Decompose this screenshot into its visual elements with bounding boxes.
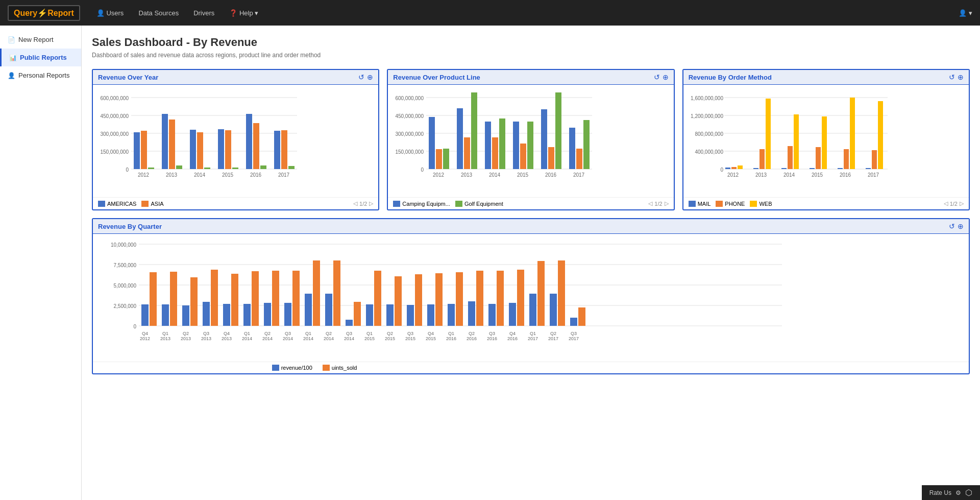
user-menu[interactable]: 👤 ▾ bbox=[959, 9, 972, 17]
dashboard-subtitle: Dashboard of sales and revenue data acro… bbox=[92, 52, 970, 59]
svg-rect-91 bbox=[844, 149, 849, 169]
legend-label-camping: Camping Equipm... bbox=[402, 201, 450, 207]
chart-legend-order: MAIL PHONE WEB ◁ 1/2 ▷ bbox=[683, 197, 969, 209]
settings-icon-revenue-year[interactable]: ⊕ bbox=[367, 73, 373, 81]
brand-lightning: ⚡ bbox=[37, 9, 47, 17]
legend-nav-revenue-year: ◁ 1/2 ▷ bbox=[353, 200, 373, 207]
sidebar-item-public-reports[interactable]: 📊 Public Reports bbox=[0, 49, 81, 66]
svg-rect-53 bbox=[513, 122, 519, 169]
svg-text:0: 0 bbox=[133, 324, 136, 329]
svg-text:2015: 2015 bbox=[222, 172, 234, 178]
nav-datasources[interactable]: Data Sources bbox=[132, 5, 185, 21]
legend-prev-product[interactable]: ◁ bbox=[648, 200, 652, 207]
bottom-bar: Rate Us ⚙ ⬡ bbox=[922, 485, 980, 500]
svg-rect-176 bbox=[468, 301, 475, 326]
legend-page-revenue-year: 1/2 bbox=[359, 201, 367, 207]
chart-title-order: Revenue By Order Method bbox=[689, 74, 772, 81]
legend-prev-revenue-year[interactable]: ◁ bbox=[353, 200, 357, 207]
svg-rect-145 bbox=[313, 260, 320, 326]
svg-text:2015: 2015 bbox=[385, 336, 395, 341]
legend-label-phone: PHONE bbox=[725, 201, 745, 207]
svg-text:2016: 2016 bbox=[250, 172, 262, 178]
svg-rect-95 bbox=[878, 101, 883, 169]
personal-reports-icon: 👤 bbox=[8, 72, 15, 79]
chart-header-revenue-year: Revenue Over Year ↺ ⊕ bbox=[93, 70, 378, 85]
nav-help[interactable]: ❓ Help ▾ bbox=[223, 5, 264, 21]
chart-header-order: Revenue By Order Method ↺ ⊕ bbox=[683, 70, 969, 85]
chart-title-product: Revenue Over Product Line bbox=[393, 74, 480, 81]
svg-text:400,000,000: 400,000,000 bbox=[695, 149, 723, 155]
svg-rect-26 bbox=[281, 130, 287, 169]
legend-label-web: WEB bbox=[759, 201, 772, 207]
settings-icon-quarter[interactable]: ⊕ bbox=[958, 222, 964, 230]
svg-text:Q3: Q3 bbox=[203, 331, 209, 336]
svg-rect-11 bbox=[141, 131, 147, 169]
chart-svg-revenue-year: 600,000,000 450,000,000 300,000,000 150,… bbox=[98, 90, 297, 192]
sidebar-item-new-report[interactable]: 📄 New Report bbox=[0, 31, 81, 49]
chart-legend-revenue-year: AMERICAS ASIA ◁ 1/2 ▷ bbox=[93, 197, 378, 209]
sidebar: 📄 New Report 📊 Public Reports 👤 Personal… bbox=[0, 26, 82, 500]
legend-color-revenue100 bbox=[272, 365, 279, 371]
rate-us-label[interactable]: Rate Us bbox=[929, 489, 951, 496]
brand-logo[interactable]: Query⚡Report bbox=[8, 5, 80, 21]
svg-text:2013: 2013 bbox=[166, 172, 178, 178]
settings-icon-order[interactable]: ⊕ bbox=[958, 73, 964, 81]
svg-text:Q2: Q2 bbox=[469, 331, 475, 336]
svg-text:2017: 2017 bbox=[573, 172, 585, 178]
refresh-icon-product[interactable]: ↺ bbox=[654, 73, 660, 81]
svg-rect-92 bbox=[850, 98, 855, 169]
charts-top-row: Revenue Over Year ↺ ⊕ 600,000,000 450,00… bbox=[92, 69, 970, 210]
nav-drivers[interactable]: Drivers bbox=[187, 5, 220, 21]
chart-controls-quarter: ↺ ⊕ bbox=[949, 222, 964, 230]
brand-query: Query bbox=[14, 9, 37, 17]
svg-text:2013: 2013 bbox=[755, 172, 767, 178]
refresh-icon-order[interactable]: ↺ bbox=[949, 73, 955, 81]
legend-next-product[interactable]: ▷ bbox=[665, 200, 669, 207]
svg-text:2012: 2012 bbox=[138, 172, 150, 178]
legend-next-revenue-year[interactable]: ▷ bbox=[369, 200, 373, 207]
nav-users[interactable]: 👤 Users bbox=[90, 5, 130, 21]
svg-rect-61 bbox=[583, 120, 590, 169]
svg-text:Q2: Q2 bbox=[264, 331, 271, 336]
rate-us-icon[interactable]: ⚙ bbox=[955, 489, 961, 496]
chart-legend-product: Camping Equipm... Golf Equipment ◁ 1/2 ▷ bbox=[388, 197, 673, 209]
svg-text:2017: 2017 bbox=[569, 336, 579, 341]
github-icon[interactable]: ⬡ bbox=[965, 488, 972, 497]
svg-rect-16 bbox=[190, 130, 196, 169]
svg-rect-173 bbox=[456, 272, 463, 326]
chart-legend-quarter: revenue/100 uints_sold bbox=[93, 362, 969, 373]
main-layout: 📄 New Report 📊 Public Reports 👤 Personal… bbox=[0, 26, 980, 500]
legend-prev-order[interactable]: ◁ bbox=[944, 200, 948, 207]
legend-next-order[interactable]: ▷ bbox=[960, 200, 964, 207]
svg-rect-117 bbox=[170, 272, 177, 326]
svg-rect-181 bbox=[497, 271, 504, 326]
chart-header-product: Revenue Over Product Line ↺ ⊕ bbox=[388, 70, 673, 85]
legend-label-americas: AMERICAS bbox=[107, 201, 136, 207]
sidebar-item-personal-reports[interactable]: 👤 Personal Reports bbox=[0, 66, 81, 84]
svg-rect-177 bbox=[476, 271, 483, 326]
svg-rect-57 bbox=[548, 147, 554, 169]
legend-web: WEB bbox=[750, 201, 772, 207]
svg-text:600,000,000: 600,000,000 bbox=[396, 96, 424, 101]
svg-rect-82 bbox=[760, 149, 765, 169]
svg-text:2013: 2013 bbox=[181, 336, 191, 341]
svg-rect-78 bbox=[725, 168, 730, 169]
svg-rect-60 bbox=[576, 149, 582, 169]
svg-text:2012: 2012 bbox=[140, 336, 150, 341]
settings-icon-product[interactable]: ⊕ bbox=[663, 73, 669, 81]
svg-text:2015: 2015 bbox=[812, 172, 823, 178]
svg-text:Q4: Q4 bbox=[509, 331, 516, 336]
svg-rect-112 bbox=[141, 304, 149, 326]
legend-label-mail: MAIL bbox=[698, 201, 711, 207]
refresh-icon-revenue-year[interactable]: ↺ bbox=[358, 73, 364, 81]
refresh-icon-quarter[interactable]: ↺ bbox=[949, 222, 955, 230]
legend-page-order: 1/2 bbox=[950, 201, 958, 207]
svg-rect-192 bbox=[550, 294, 557, 326]
svg-text:7,500,000: 7,500,000 bbox=[114, 263, 137, 268]
svg-rect-23 bbox=[253, 123, 259, 169]
chart-body-revenue-year: 600,000,000 450,000,000 300,000,000 150,… bbox=[93, 85, 378, 197]
svg-text:2017: 2017 bbox=[548, 336, 558, 341]
chart-revenue-over-year: Revenue Over Year ↺ ⊕ 600,000,000 450,00… bbox=[92, 69, 379, 210]
svg-rect-55 bbox=[527, 122, 533, 169]
svg-rect-93 bbox=[866, 168, 871, 169]
